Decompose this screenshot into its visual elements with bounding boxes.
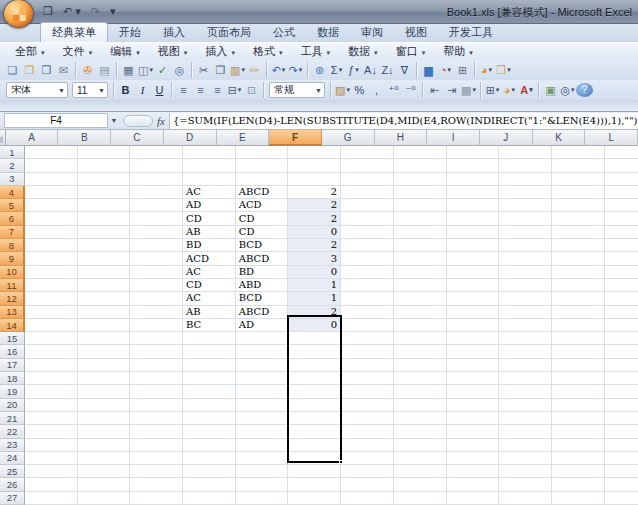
row-header-19[interactable]: 19 bbox=[0, 385, 25, 398]
cell-A12[interactable] bbox=[25, 292, 78, 305]
cell-J9[interactable] bbox=[499, 252, 552, 265]
cell-L2[interactable] bbox=[605, 159, 638, 172]
permission-icon[interactable]: ✇ bbox=[79, 62, 96, 78]
cell-K6[interactable] bbox=[552, 212, 605, 225]
cell-I26[interactable] bbox=[447, 478, 500, 491]
cell-K23[interactable] bbox=[552, 439, 605, 452]
cell-G15[interactable] bbox=[341, 332, 394, 345]
row-header-15[interactable]: 15 bbox=[0, 332, 25, 345]
cell-B8[interactable] bbox=[78, 239, 131, 252]
cell-J27[interactable] bbox=[499, 492, 552, 505]
cell-J3[interactable] bbox=[499, 173, 552, 186]
cell-I8[interactable] bbox=[447, 239, 500, 252]
stamp-icon[interactable]: ▤ bbox=[96, 62, 113, 78]
cell-K22[interactable] bbox=[552, 425, 605, 438]
underline-button[interactable]: U bbox=[151, 82, 168, 98]
cell-C27[interactable] bbox=[130, 492, 183, 505]
cell-K14[interactable] bbox=[552, 319, 605, 332]
cell-F25[interactable] bbox=[288, 465, 341, 478]
cell-F1[interactable] bbox=[288, 146, 341, 159]
cell-E16[interactable] bbox=[236, 345, 289, 358]
decrease-decimal-icon[interactable]: ⁻⁰ bbox=[402, 82, 419, 98]
menu-工具[interactable]: 工具 ▾ bbox=[291, 43, 339, 60]
ribbon-tab-数据[interactable]: 数据 bbox=[306, 23, 350, 42]
cell-A26[interactable] bbox=[25, 478, 78, 491]
cell-D15[interactable] bbox=[183, 332, 236, 345]
column-header-C[interactable]: C bbox=[111, 130, 164, 146]
cell-I4[interactable] bbox=[447, 186, 500, 199]
cell-H16[interactable] bbox=[394, 345, 447, 358]
cell-H27[interactable] bbox=[394, 492, 447, 505]
column-header-D[interactable]: D bbox=[164, 130, 217, 146]
name-box[interactable]: F4 bbox=[4, 113, 108, 128]
cell-J21[interactable] bbox=[499, 412, 552, 425]
cell-B18[interactable] bbox=[78, 372, 131, 385]
cell-L15[interactable] bbox=[605, 332, 638, 345]
redo-icon[interactable]: ↷▾ bbox=[287, 62, 304, 78]
ribbon-tab-开发工具[interactable]: 开发工具 bbox=[438, 23, 504, 42]
cell-G21[interactable] bbox=[341, 412, 394, 425]
cell-D10[interactable]: AC bbox=[183, 266, 236, 279]
cell-H24[interactable] bbox=[394, 452, 447, 465]
bold-button[interactable]: B bbox=[117, 82, 134, 98]
cell-C15[interactable] bbox=[130, 332, 183, 345]
cell-I3[interactable] bbox=[447, 173, 500, 186]
font-color-icon[interactable]: A▾ bbox=[518, 82, 535, 98]
name-box-dropdown-icon[interactable]: ▼ bbox=[108, 113, 119, 128]
cell-H17[interactable] bbox=[394, 359, 447, 372]
cell-I10[interactable] bbox=[447, 266, 500, 279]
cell-H4[interactable] bbox=[394, 186, 447, 199]
cell-F5[interactable]: 2 bbox=[288, 199, 341, 212]
drawing-icon[interactable]: ◔▾ bbox=[437, 62, 454, 78]
cell-F22[interactable] bbox=[288, 425, 341, 438]
column-header-B[interactable]: B bbox=[58, 130, 111, 146]
cell-B16[interactable] bbox=[78, 345, 131, 358]
research-icon[interactable]: ◎ bbox=[171, 62, 188, 78]
cell-D20[interactable] bbox=[183, 399, 236, 412]
cell-H1[interactable] bbox=[394, 146, 447, 159]
cell-C24[interactable] bbox=[130, 452, 183, 465]
cell-G24[interactable] bbox=[341, 452, 394, 465]
cell-D18[interactable] bbox=[183, 372, 236, 385]
cell-F11[interactable]: 1 bbox=[288, 279, 341, 292]
cell-C22[interactable] bbox=[130, 425, 183, 438]
cell-C18[interactable] bbox=[130, 372, 183, 385]
cell-C14[interactable] bbox=[130, 319, 183, 332]
cell-L21[interactable] bbox=[605, 412, 638, 425]
cell-F23[interactable] bbox=[288, 439, 341, 452]
ribbon-tab-插入[interactable]: 插入 bbox=[152, 23, 196, 42]
cell-L8[interactable] bbox=[605, 239, 638, 252]
format-painter-icon[interactable]: ✏ bbox=[246, 62, 263, 78]
cell-H10[interactable] bbox=[394, 266, 447, 279]
cell-E3[interactable] bbox=[236, 173, 289, 186]
ribbon-tab-经典菜单[interactable]: 经典菜单 bbox=[40, 22, 108, 42]
cell-A6[interactable] bbox=[25, 212, 78, 225]
cell-A4[interactable] bbox=[25, 186, 78, 199]
insert-function-icon[interactable]: fx bbox=[157, 115, 165, 127]
cell-G10[interactable] bbox=[341, 266, 394, 279]
cell-I2[interactable] bbox=[447, 159, 500, 172]
cell-H26[interactable] bbox=[394, 478, 447, 491]
cell-D2[interactable] bbox=[183, 159, 236, 172]
cell-C5[interactable] bbox=[130, 199, 183, 212]
cell-B9[interactable] bbox=[78, 252, 131, 265]
cell-K1[interactable] bbox=[552, 146, 605, 159]
sort-descending-icon[interactable]: Z↓ bbox=[379, 62, 396, 78]
customize-qat-icon[interactable]: ▾ bbox=[107, 5, 119, 18]
cell-K25[interactable] bbox=[552, 465, 605, 478]
cell-C6[interactable] bbox=[130, 212, 183, 225]
cell-K2[interactable] bbox=[552, 159, 605, 172]
cell-I7[interactable] bbox=[447, 226, 500, 239]
cell-B26[interactable] bbox=[78, 478, 131, 491]
cell-E24[interactable] bbox=[236, 452, 289, 465]
row-header-8[interactable]: 8 bbox=[0, 239, 25, 252]
cell-I5[interactable] bbox=[447, 199, 500, 212]
cell-K27[interactable] bbox=[552, 492, 605, 505]
sort-ascending-icon[interactable]: A↓ bbox=[362, 62, 379, 78]
cell-G8[interactable] bbox=[341, 239, 394, 252]
cell-F16[interactable] bbox=[288, 345, 341, 358]
cell-K24[interactable] bbox=[552, 452, 605, 465]
font-size-select[interactable]: 11▼ bbox=[72, 82, 108, 98]
cell-B25[interactable] bbox=[78, 465, 131, 478]
cell-C12[interactable] bbox=[130, 292, 183, 305]
